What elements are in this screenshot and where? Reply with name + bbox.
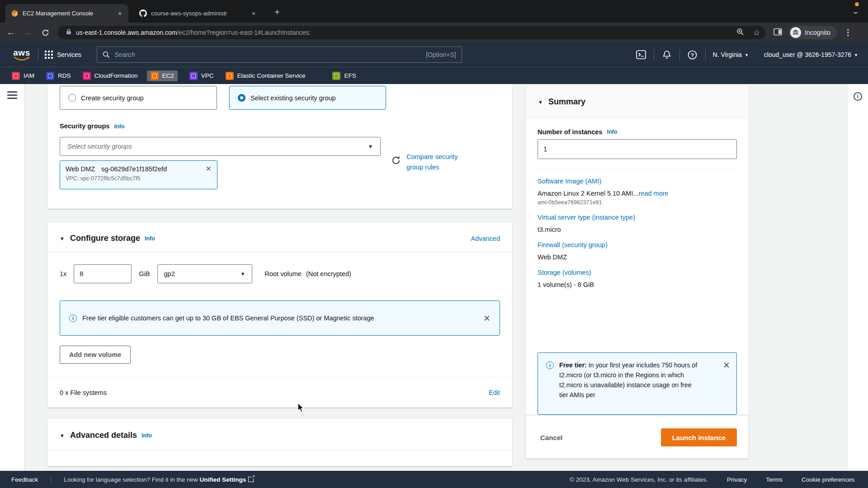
storage-info-link[interactable]: Info — [145, 235, 155, 242]
instance-type-link[interactable]: Virtual server type (instance type) — [538, 214, 737, 221]
refresh-icon[interactable] — [391, 155, 401, 173]
rds-icon — [46, 72, 54, 80]
cloudshell-icon[interactable] — [636, 49, 646, 60]
side-panel-icon[interactable] — [774, 28, 782, 38]
incognito-badge: Incognito — [788, 26, 837, 39]
number-of-instances-input[interactable] — [538, 139, 737, 159]
terms-link[interactable]: Terms — [766, 476, 783, 483]
launch-instance-button[interactable]: Launch instance — [661, 428, 737, 446]
collapse-caret-icon[interactable]: ▼ — [60, 433, 65, 438]
tab-ec2-console[interactable]: EC2 Management Console × — [5, 4, 128, 23]
collapse-caret-icon[interactable]: ▼ — [60, 236, 65, 241]
volume-type-select[interactable]: gp2 ▼ — [157, 264, 252, 283]
zoom-icon[interactable] — [736, 28, 744, 38]
storage-advanced-link[interactable]: Advanced — [471, 235, 500, 242]
url-domain: us-east-1.console.aws.amazon.com — [76, 29, 177, 36]
file-systems-edit-link[interactable]: Edit — [489, 389, 500, 396]
security-groups-info-link[interactable]: Info — [114, 123, 124, 130]
services-label: Services — [57, 51, 81, 58]
favorite-ec2[interactable]: EC2 — [147, 70, 178, 81]
volume-size-input[interactable] — [74, 264, 132, 283]
tab-github-course[interactable]: course-aws-sysops-administr × — [134, 4, 262, 23]
security-groups-label: Security groups — [60, 122, 109, 130]
aws-logo[interactable]: aws — [12, 49, 32, 61]
region-selector[interactable]: N. Virginia▼ — [713, 51, 749, 58]
favorites-bar: IAM RDS CloudFormation EC2 VPC Elastic C… — [0, 67, 868, 84]
radio-select-existing-security-group[interactable]: Select existing security group — [229, 86, 386, 110]
help-panel-rail: i — [847, 84, 868, 471]
read-more-link[interactable]: read more — [638, 190, 668, 197]
chip-sg-id: sg-0629d7e1f185f2efd — [101, 165, 167, 173]
favorite-iam[interactable]: IAM — [12, 72, 34, 80]
summary-panel: ▼ Summary Number of instances Info Softw… — [526, 86, 749, 459]
favorite-ecs[interactable]: Elastic Container Service — [226, 72, 306, 80]
ami-id: ami-0b5eea76982371e91 — [538, 199, 737, 206]
forward-button[interactable]: → — [22, 26, 34, 39]
root-volume-label: Root volume — [265, 270, 302, 277]
unified-settings-link[interactable]: Unified Settings — [200, 476, 246, 483]
alert-close-icon[interactable]: ✕ — [483, 313, 491, 324]
ami-link[interactable]: Software Image (AMI) — [538, 178, 737, 185]
new-tab-button[interactable]: + — [271, 6, 283, 18]
ec2-icon — [151, 72, 159, 80]
compare-security-group-rules-link[interactable]: Compare security group rules — [406, 152, 472, 173]
add-new-volume-button[interactable]: Add new volume — [60, 346, 131, 364]
divider — [538, 169, 737, 169]
tab-close-icon[interactable]: × — [250, 9, 258, 18]
advanced-info-link[interactable]: Info — [142, 432, 152, 439]
url-path: /ec2/home?region=us-east-1#LaunchInstanc… — [177, 29, 311, 36]
chevron-down-icon[interactable]: ⌄ — [852, 8, 859, 15]
free-tier-summary-alert: i Free tier: In your first year includes… — [538, 352, 737, 415]
privacy-link[interactable]: Privacy — [727, 476, 747, 483]
favorite-rds[interactable]: RDS — [46, 72, 71, 80]
recording-indicator-dot — [855, 2, 859, 6]
security-group-chip: Web DMZ sg-0629d7e1f185f2efd ✕ VPC: vpc-… — [60, 160, 217, 189]
incognito-label: Incognito — [805, 29, 830, 36]
configure-storage-section: ▼ Configure storage Info Advanced 1x GiB… — [47, 223, 512, 408]
favorite-efs[interactable]: EFS — [332, 72, 356, 80]
collapse-caret-icon[interactable]: ▼ — [538, 99, 543, 105]
incognito-icon — [790, 27, 801, 38]
cancel-button[interactable]: Cancel — [540, 434, 562, 441]
aws-cube-favicon-icon — [11, 9, 19, 17]
instances-info-link[interactable]: Info — [607, 129, 617, 135]
configure-storage-title: Configure storage — [70, 234, 140, 243]
aws-top-nav: aws Services [Option+S] ? N. Virginia▼ c… — [0, 42, 868, 67]
radio-off-icon — [68, 94, 76, 102]
lock-icon — [66, 28, 71, 37]
copyright-text: © 2023, Amazon Web Services, Inc. or its… — [570, 476, 708, 483]
github-favicon-icon — [139, 9, 147, 17]
info-panel-toggle-icon[interactable]: i — [854, 92, 862, 101]
account-menu[interactable]: cloud_user @ 3626-1957-3276▼ — [764, 51, 858, 58]
favorite-vpc[interactable]: VPC — [189, 72, 214, 80]
search-shortcut: [Option+S] — [426, 51, 456, 58]
security-groups-select[interactable]: Select security groups ▼ — [60, 137, 381, 156]
alert-close-icon[interactable]: ✕ — [723, 360, 730, 414]
search-input[interactable] — [114, 51, 426, 58]
external-link-icon — [248, 477, 254, 482]
help-icon[interactable]: ? — [687, 49, 698, 60]
hamburger-menu-icon[interactable] — [7, 91, 17, 101]
free-tier-storage-alert: i Free tier eligible customers can get u… — [60, 300, 500, 336]
tab-close-icon[interactable]: × — [116, 9, 124, 18]
number-of-instances-label: Number of instances — [538, 128, 602, 136]
cookie-preferences-link[interactable]: Cookie preferences — [802, 476, 854, 483]
chevron-down-icon: ▼ — [368, 144, 373, 149]
browser-menu-icon[interactable]: ⋮ — [843, 28, 859, 38]
address-bar[interactable]: us-east-1.console.aws.amazon.com/ec2/hom… — [58, 26, 765, 39]
reload-button[interactable] — [39, 26, 52, 39]
back-button[interactable]: ← — [5, 26, 17, 39]
bookmark-star-icon[interactable]: ☆ — [753, 28, 760, 38]
side-nav-collapsed — [0, 84, 25, 471]
services-menu[interactable]: Services — [45, 51, 81, 59]
ecs-icon — [226, 72, 234, 80]
firewall-link[interactable]: Firewall (security group) — [538, 241, 737, 249]
chip-remove-icon[interactable]: ✕ — [206, 164, 212, 173]
favorite-cloudformation[interactable]: CloudFormation — [83, 72, 138, 80]
radio-create-security-group[interactable]: Create security group — [60, 86, 217, 110]
notifications-bell-icon[interactable] — [661, 49, 672, 60]
aws-search-box[interactable]: [Option+S] — [97, 47, 462, 63]
feedback-link[interactable]: Feedback — [11, 476, 38, 483]
storage-volumes-link[interactable]: Storage (volumes) — [538, 269, 737, 276]
efs-icon — [332, 72, 340, 80]
